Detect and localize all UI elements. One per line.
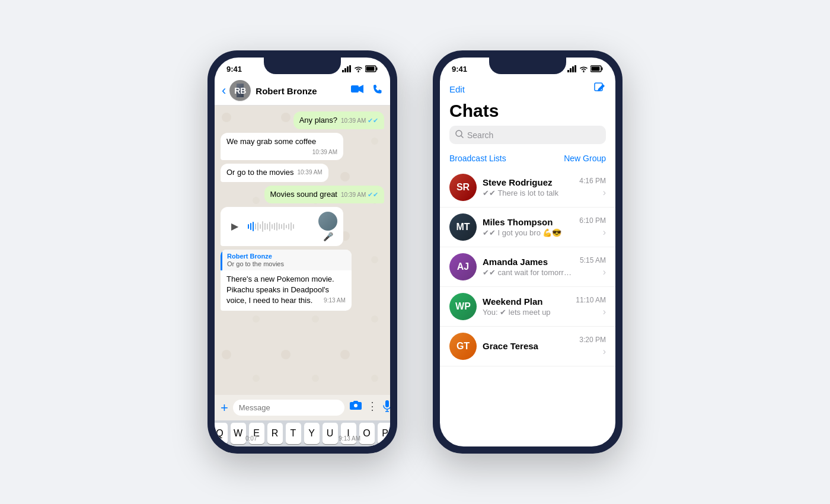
chat-avatar-miles: MT [449,213,477,241]
waveform [248,221,314,232]
svg-rect-19 [592,67,600,71]
chat-name-grace: Grace Teresa [483,341,573,351]
svg-point-9 [354,404,357,407]
chat-info-amanda: Amanda James ✔✔ cant wait for tomorrow 😒… [483,257,574,277]
svg-rect-7 [351,85,359,92]
back-button[interactable]: ‹ [222,83,226,98]
chat-list: SR Steve Rodriguez ✔✔ There is lot to ta… [440,168,615,446]
broadcast-row: Broadcast Lists New Group [440,151,615,168]
edit-button[interactable]: Edit [449,84,465,94]
key-w[interactable]: W [231,423,246,444]
chat-meta-amanda: 5:15 AM › [580,256,606,277]
chat-meta-weekend: 11:10 AM › [576,296,606,317]
search-icon [455,130,464,140]
chat-preview-weekend: You: ✔ lets meet up [483,308,570,317]
chat-name-weekend: Weekend Plan [483,296,570,307]
mic-icon: 🎤 [323,232,333,241]
wifi-icon [354,65,363,72]
chat-name-amanda: Amanda James [483,257,574,267]
quote-sender-name: Robert Bronze [227,253,347,260]
chat-time-amanda: 5:15 AM [580,256,606,264]
play-button[interactable]: ▶ [226,218,243,235]
chevron-icon-grace: › [603,346,606,357]
new-group-link[interactable]: New Group [564,154,606,163]
chat-meta-steve: 4:16 PM › [579,177,606,198]
chat-item-steve[interactable]: SR Steve Rodriguez ✔✔ There is lot to ta… [440,168,615,208]
msg-text: Movies sound great [270,190,337,199]
notch [264,58,341,74]
quote-time: 9:13 AM [324,296,346,305]
keyboard-row-1: Q W E R T Y U I O P [215,420,390,446]
svg-rect-16 [574,65,576,72]
svg-rect-18 [602,68,603,71]
chat-name-miles: Miles Thompson [483,217,573,227]
msg-time: 10:39 AM [297,168,322,177]
msg-time: 10:39 AM [312,148,337,157]
status-time-chat: 9:41 [226,65,242,74]
camera-icon[interactable] [349,400,362,416]
broadcast-lists-link[interactable]: Broadcast Lists [449,154,506,163]
wifi-icon-2 [579,65,588,72]
input-icons: ⋮ [349,400,390,416]
chat-item-grace[interactable]: GT Grace Teresa 3:20 PM › [440,327,615,366]
svg-rect-13 [567,70,569,72]
keyboard: Q W E R T Y U I O P [215,420,390,446]
chat-item-miles[interactable]: MT Miles Thompson ✔✔ I got you bro 💪😎 6:… [440,208,615,247]
phone-chat: 9:41 [208,50,397,454]
key-r[interactable]: R [267,423,283,444]
attach-button[interactable]: + [221,400,228,416]
quote-header: Robert Bronze Or go to the movies [221,250,352,270]
message-input[interactable] [233,400,344,416]
chat-avatar-steve: SR [449,174,477,201]
svg-rect-2 [347,66,349,72]
chat-time-miles: 6:10 PM [579,216,606,225]
chat-preview-amanda: ✔✔ cant wait for tomorrow 😒😍😍 [483,268,574,277]
message-movies: Or go to the movies 10:39 AM [221,164,328,181]
chat-avatar-grace: GT [449,333,477,360]
msg-time: 10:39 AM ✔✔ [341,116,378,125]
key-p[interactable]: P [378,423,391,444]
svg-rect-3 [349,65,351,72]
svg-line-22 [461,136,463,138]
quote-reply-message: Robert Bronze Or go to the movies There'… [221,250,352,311]
chat-info-grace: Grace Teresa [483,341,573,352]
contact-avatar: RB [229,80,251,101]
video-call-icon[interactable] [351,84,364,98]
chat-time-steve: 4:16 PM [579,177,606,185]
mic-button[interactable] [382,400,390,416]
search-bar[interactable]: Search [449,126,606,144]
message-any-plans: Any plans? 10:39 AM ✔✔ [293,111,384,129]
search-placeholder: Search [467,130,493,140]
svg-rect-6 [366,67,375,71]
quote-reply-body: There's a new Pokemon movie. Pikachu spe… [221,270,352,311]
key-u[interactable]: U [323,423,338,444]
key-q[interactable]: Q [215,423,228,444]
chat-preview-miles: ✔✔ I got you bro 💪😎 [483,228,573,237]
message-coffee: We may grab some coffee 10:39 AM [221,133,343,160]
battery-icon [365,65,378,72]
status-icons-chat [342,65,378,72]
chat-header: ‹ RB Robert Bronze [215,76,390,106]
chat-messages: Any plans? 10:39 AM ✔✔ We may grab some … [215,106,390,395]
dots-icon[interactable]: ⋮ [367,400,378,416]
chat-meta-grace: 3:20 PM › [579,336,606,357]
compose-icon[interactable] [593,81,606,97]
chat-input-bar: + ⋮ [215,395,390,420]
quote-original-text: Or go to the movies [227,260,347,267]
key-t[interactable]: T [286,423,301,444]
chats-header-top: Edit [449,81,606,97]
msg-text: Any plans? [299,116,337,125]
chat-preview-steve: ✔✔ There is lot to talk [483,189,573,197]
phone-call-icon[interactable] [372,84,383,98]
phone-chats-list: 9:41 [433,50,622,454]
msg-text: We may grab some coffee [226,137,316,146]
notch-2 [489,58,566,74]
key-o[interactable]: O [359,423,375,444]
chevron-icon-weekend: › [603,307,606,317]
signal-icon [342,65,352,72]
key-y[interactable]: Y [304,423,320,444]
chat-item-weekend[interactable]: WP Weekend Plan You: ✔ lets meet up 11:1… [440,287,615,327]
chat-time-weekend: 11:10 AM [576,296,606,304]
chat-item-amanda[interactable]: AJ Amanda James ✔✔ cant wait for tomorro… [440,247,615,287]
svg-marker-8 [359,85,363,93]
